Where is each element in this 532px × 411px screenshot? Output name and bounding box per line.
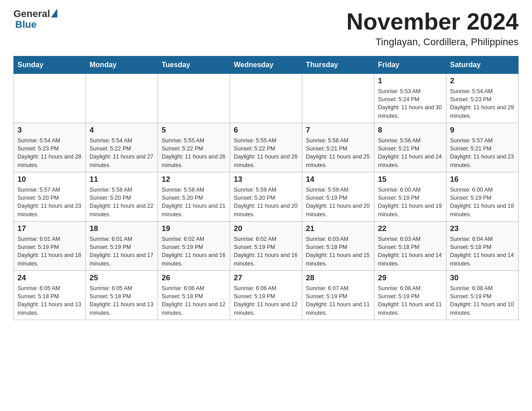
table-row: 3Sunrise: 5:54 AMSunset: 5:23 PMDaylight… bbox=[14, 123, 86, 172]
day-number: 27 bbox=[234, 274, 298, 283]
day-number: 12 bbox=[162, 175, 226, 184]
day-info: Sunrise: 5:54 AMSunset: 5:23 PMDaylight:… bbox=[17, 137, 82, 169]
day-number: 8 bbox=[378, 126, 442, 135]
table-row: 27Sunrise: 6:06 AMSunset: 5:19 PMDayligh… bbox=[230, 271, 302, 320]
day-info: Sunrise: 5:56 AMSunset: 5:21 PMDaylight:… bbox=[306, 137, 370, 169]
day-info: Sunrise: 6:00 AMSunset: 5:19 PMDaylight:… bbox=[450, 186, 515, 218]
table-row: 23Sunrise: 6:04 AMSunset: 5:18 PMDayligh… bbox=[446, 222, 519, 271]
day-info: Sunrise: 6:06 AMSunset: 5:19 PMDaylight:… bbox=[234, 284, 298, 317]
table-row: 18Sunrise: 6:01 AMSunset: 5:19 PMDayligh… bbox=[86, 222, 158, 271]
day-info: Sunrise: 6:04 AMSunset: 5:18 PMDaylight:… bbox=[450, 235, 515, 268]
calendar-week-4: 17Sunrise: 6:01 AMSunset: 5:19 PMDayligh… bbox=[14, 222, 519, 271]
day-info: Sunrise: 6:05 AMSunset: 5:18 PMDaylight:… bbox=[90, 284, 154, 317]
table-row: 21Sunrise: 6:03 AMSunset: 5:18 PMDayligh… bbox=[302, 222, 374, 271]
calendar-title-area: November 2024 Tinglayan, Cordillera, Phi… bbox=[347, 9, 519, 48]
header-wednesday: Wednesday bbox=[230, 56, 302, 74]
day-info: Sunrise: 6:06 AMSunset: 5:18 PMDaylight:… bbox=[162, 284, 226, 317]
table-row: 11Sunrise: 5:58 AMSunset: 5:20 PMDayligh… bbox=[86, 172, 158, 222]
day-info: Sunrise: 5:54 AMSunset: 5:22 PMDaylight:… bbox=[90, 137, 154, 169]
day-info: Sunrise: 6:01 AMSunset: 5:19 PMDaylight:… bbox=[90, 235, 154, 268]
day-number: 30 bbox=[450, 274, 515, 283]
day-info: Sunrise: 5:55 AMSunset: 5:22 PMDaylight:… bbox=[162, 137, 226, 169]
header-saturday: Saturday bbox=[446, 56, 519, 74]
calendar-location: Tinglayan, Cordillera, Philippines bbox=[347, 36, 519, 48]
day-info: Sunrise: 5:58 AMSunset: 5:20 PMDaylight:… bbox=[162, 186, 226, 218]
table-row: 24Sunrise: 6:05 AMSunset: 5:18 PMDayligh… bbox=[14, 271, 86, 320]
table-row: 29Sunrise: 6:08 AMSunset: 5:19 PMDayligh… bbox=[374, 271, 446, 320]
table-row: 4Sunrise: 5:54 AMSunset: 5:22 PMDaylight… bbox=[86, 123, 158, 172]
day-info: Sunrise: 5:57 AMSunset: 5:20 PMDaylight:… bbox=[17, 186, 82, 218]
day-number: 7 bbox=[306, 126, 370, 135]
day-info: Sunrise: 5:59 AMSunset: 5:19 PMDaylight:… bbox=[306, 186, 370, 218]
day-number: 19 bbox=[162, 224, 226, 233]
page-header: General Blue November 2024 Tinglayan, Co… bbox=[13, 9, 519, 48]
day-number: 3 bbox=[17, 126, 82, 135]
table-row: 9Sunrise: 5:57 AMSunset: 5:21 PMDaylight… bbox=[446, 123, 519, 172]
day-info: Sunrise: 6:08 AMSunset: 5:19 PMDaylight:… bbox=[450, 284, 515, 317]
day-number: 16 bbox=[450, 175, 515, 184]
day-info: Sunrise: 5:56 AMSunset: 5:21 PMDaylight:… bbox=[378, 137, 442, 169]
day-number: 13 bbox=[234, 175, 298, 184]
calendar-week-1: 1Sunrise: 5:53 AMSunset: 5:24 PMDaylight… bbox=[14, 74, 519, 123]
day-number: 18 bbox=[90, 224, 154, 233]
header-monday: Monday bbox=[86, 56, 158, 74]
day-info: Sunrise: 6:02 AMSunset: 5:19 PMDaylight:… bbox=[234, 235, 298, 268]
day-number: 26 bbox=[162, 274, 226, 283]
table-row: 19Sunrise: 6:02 AMSunset: 5:19 PMDayligh… bbox=[158, 222, 230, 271]
day-number: 9 bbox=[450, 126, 515, 135]
day-info: Sunrise: 5:55 AMSunset: 5:22 PMDaylight:… bbox=[234, 137, 298, 169]
day-info: Sunrise: 5:53 AMSunset: 5:24 PMDaylight:… bbox=[378, 87, 442, 120]
day-number: 5 bbox=[162, 126, 226, 135]
table-row: 22Sunrise: 6:03 AMSunset: 5:18 PMDayligh… bbox=[374, 222, 446, 271]
day-info: Sunrise: 5:54 AMSunset: 5:23 PMDaylight:… bbox=[450, 87, 515, 120]
calendar-table: Sunday Monday Tuesday Wednesday Thursday… bbox=[13, 56, 519, 320]
day-number: 17 bbox=[17, 224, 82, 233]
table-row: 12Sunrise: 5:58 AMSunset: 5:20 PMDayligh… bbox=[158, 172, 230, 222]
day-info: Sunrise: 6:08 AMSunset: 5:19 PMDaylight:… bbox=[378, 284, 442, 317]
calendar-week-5: 24Sunrise: 6:05 AMSunset: 5:18 PMDayligh… bbox=[14, 271, 519, 320]
day-info: Sunrise: 6:07 AMSunset: 5:19 PMDaylight:… bbox=[306, 284, 370, 317]
table-row bbox=[86, 74, 158, 123]
table-row bbox=[230, 74, 302, 123]
day-number: 29 bbox=[378, 274, 442, 283]
day-info: Sunrise: 5:58 AMSunset: 5:20 PMDaylight:… bbox=[90, 186, 154, 218]
day-number: 4 bbox=[90, 126, 154, 135]
day-number: 25 bbox=[90, 274, 154, 283]
logo: General Blue bbox=[13, 9, 57, 30]
day-number: 22 bbox=[378, 224, 442, 233]
day-info: Sunrise: 6:03 AMSunset: 5:18 PMDaylight:… bbox=[306, 235, 370, 268]
logo-triangle-icon bbox=[51, 9, 57, 17]
table-row: 1Sunrise: 5:53 AMSunset: 5:24 PMDaylight… bbox=[374, 74, 446, 123]
table-row: 5Sunrise: 5:55 AMSunset: 5:22 PMDaylight… bbox=[158, 123, 230, 172]
day-info: Sunrise: 6:05 AMSunset: 5:18 PMDaylight:… bbox=[17, 284, 82, 317]
header-thursday: Thursday bbox=[302, 56, 374, 74]
day-number: 21 bbox=[306, 224, 370, 233]
day-number: 6 bbox=[234, 126, 298, 135]
table-row bbox=[14, 74, 86, 123]
table-row: 8Sunrise: 5:56 AMSunset: 5:21 PMDaylight… bbox=[374, 123, 446, 172]
table-row: 7Sunrise: 5:56 AMSunset: 5:21 PMDaylight… bbox=[302, 123, 374, 172]
day-number: 24 bbox=[17, 274, 82, 283]
header-friday: Friday bbox=[374, 56, 446, 74]
logo-general-text: General bbox=[13, 9, 50, 19]
day-number: 15 bbox=[378, 175, 442, 184]
calendar-month-year: November 2024 bbox=[347, 9, 519, 34]
table-row: 26Sunrise: 6:06 AMSunset: 5:18 PMDayligh… bbox=[158, 271, 230, 320]
table-row: 15Sunrise: 6:00 AMSunset: 5:19 PMDayligh… bbox=[374, 172, 446, 222]
calendar-week-3: 10Sunrise: 5:57 AMSunset: 5:20 PMDayligh… bbox=[14, 172, 519, 222]
table-row: 2Sunrise: 5:54 AMSunset: 5:23 PMDaylight… bbox=[446, 74, 519, 123]
table-row: 30Sunrise: 6:08 AMSunset: 5:19 PMDayligh… bbox=[446, 271, 519, 320]
header-sunday: Sunday bbox=[14, 56, 86, 74]
day-number: 14 bbox=[306, 175, 370, 184]
day-number: 28 bbox=[306, 274, 370, 283]
table-row bbox=[158, 74, 230, 123]
day-number: 10 bbox=[17, 175, 82, 184]
table-row: 20Sunrise: 6:02 AMSunset: 5:19 PMDayligh… bbox=[230, 222, 302, 271]
day-info: Sunrise: 6:01 AMSunset: 5:19 PMDaylight:… bbox=[17, 235, 82, 268]
day-info: Sunrise: 5:57 AMSunset: 5:21 PMDaylight:… bbox=[450, 137, 515, 169]
day-number: 1 bbox=[378, 77, 442, 86]
table-row: 16Sunrise: 6:00 AMSunset: 5:19 PMDayligh… bbox=[446, 172, 519, 222]
table-row: 13Sunrise: 5:59 AMSunset: 5:20 PMDayligh… bbox=[230, 172, 302, 222]
day-info: Sunrise: 6:03 AMSunset: 5:18 PMDaylight:… bbox=[378, 235, 442, 268]
table-row: 17Sunrise: 6:01 AMSunset: 5:19 PMDayligh… bbox=[14, 222, 86, 271]
